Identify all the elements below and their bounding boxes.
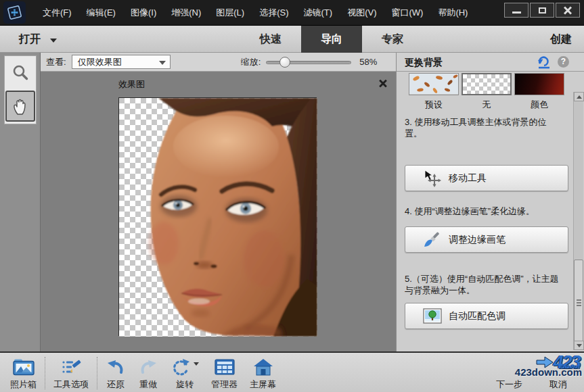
hand-tool-button[interactable] (5, 91, 35, 122)
open-dropdown-arrow-icon (50, 39, 57, 43)
rotate-button[interactable]: 旋转 (164, 356, 205, 392)
photo-bin-label: 照片箱 (10, 378, 37, 391)
organizer-button[interactable]: 管理器 (205, 356, 244, 392)
menu-image[interactable]: 图像(I) (123, 3, 164, 23)
refine-edge-brush-button-label: 调整边缘画笔 (449, 234, 506, 246)
home-icon (252, 357, 274, 377)
leaves-texture-preview (409, 74, 458, 94)
home-screen-button[interactable]: 主屏幕 (244, 356, 282, 392)
menu-file[interactable]: 文件(F) (35, 3, 79, 23)
auto-match-color-button-label: 自动匹配色调 (449, 310, 506, 322)
zoom-tool-button[interactable] (5, 56, 36, 90)
redo-button[interactable]: 重做 (132, 356, 164, 392)
menu-bar: 文件(F) 编辑(E) 图像(I) 增强(N) 图层(L) 选择(S) 滤镜(T… (35, 3, 475, 23)
rotate-icon (171, 357, 199, 377)
auto-match-icon (423, 308, 442, 325)
taskbar-separator (45, 357, 45, 389)
menu-layer[interactable]: 图层(L) (208, 3, 252, 23)
scroll-up-button[interactable] (574, 92, 584, 101)
move-tool-button[interactable]: 移动工具 (405, 165, 568, 191)
menu-help[interactable]: 帮助(H) (430, 3, 475, 23)
thumbnail-label-preset: 预设 (409, 99, 459, 111)
zoom-percentage: 58% (359, 57, 377, 67)
organizer-icon (214, 357, 235, 377)
scroll-down-button[interactable] (574, 341, 584, 350)
tool-strip (0, 53, 41, 351)
select-arrow-icon (159, 61, 166, 65)
open-button-label: 打开 (19, 32, 41, 47)
hand-icon (10, 96, 30, 116)
canvas-area: 效果图 (41, 72, 396, 351)
minimize-button[interactable] (504, 3, 529, 18)
view-options-bar: 查看: 仅限效果图 缩放: 58% (41, 53, 396, 72)
mode-tabs: 快速 导向 专家 (240, 26, 423, 53)
task-bar: 照片箱 工具选项 (0, 351, 584, 392)
next-step-button[interactable]: 下一步 (496, 378, 522, 391)
document-title: 效果图 (118, 78, 145, 91)
redo-icon (138, 357, 158, 377)
taskbar-separator (97, 357, 97, 389)
open-button[interactable]: 打开 (19, 26, 57, 53)
home-screen-label: 主屏幕 (250, 378, 276, 391)
title-bar: 文件(F) 编辑(E) 图像(I) 增强(N) 图层(L) 选择(S) 滤镜(T… (0, 0, 584, 26)
maximize-icon (539, 7, 546, 14)
watermark-logo-subtext: DOWN (561, 364, 581, 370)
help-icon[interactable]: ? (558, 56, 569, 68)
tool-options-icon (60, 357, 83, 377)
view-mode-select[interactable]: 仅限效果图 (72, 55, 171, 69)
window-controls (504, 3, 580, 18)
close-button[interactable] (556, 3, 580, 18)
organizer-label: 管理器 (211, 378, 238, 391)
panel-scrollbar[interactable] (573, 92, 583, 350)
document-image[interactable] (118, 97, 317, 336)
redo-label: 重做 (139, 378, 157, 391)
menu-enhance[interactable]: 增强(N) (164, 3, 208, 23)
reset-panel-icon[interactable] (537, 55, 552, 69)
watermark-arrow-icon (536, 356, 554, 368)
tab-expert[interactable]: 专家 (362, 26, 423, 53)
tab-guided[interactable]: 导向 (301, 26, 362, 53)
create-button[interactable]: 创建 (550, 26, 572, 53)
document-close-icon[interactable] (378, 78, 388, 88)
auto-match-color-button[interactable]: 自动匹配色调 (405, 303, 568, 329)
background-thumbnail-color[interactable] (514, 73, 564, 95)
menu-edit[interactable]: 编辑(E) (79, 3, 123, 23)
refine-edge-brush-button[interactable]: 调整边缘画笔 (405, 226, 568, 253)
zoom-label: 缩放: (241, 56, 261, 68)
zoom-slider-thumb[interactable] (279, 57, 290, 68)
tool-options-button[interactable]: 工具选项 (47, 356, 95, 392)
minimize-icon (512, 11, 521, 14)
menu-select[interactable]: 选择(S) (252, 3, 296, 23)
move-tool-icon (423, 170, 442, 187)
create-button-label: 创建 (550, 32, 572, 47)
background-thumbnail-none[interactable] (462, 73, 512, 95)
view-mode-value: 仅限效果图 (78, 56, 122, 68)
magnifier-icon (11, 64, 30, 82)
tab-quick[interactable]: 快速 (240, 26, 301, 53)
zoom-slider[interactable] (266, 57, 351, 68)
rotate-label: 旋转 (176, 378, 194, 391)
step-5-instruction: 5.（可选）使用“自动匹配色调”，让主题与背景融为一体。 (405, 273, 562, 296)
step-3-instruction: 3. 使用移动工具调整主体或背景的位置。 (405, 116, 562, 139)
scroll-down-icon (577, 344, 582, 347)
undo-icon (106, 357, 126, 377)
undo-button[interactable]: 还原 (99, 356, 132, 392)
tool-panel (4, 55, 37, 124)
application-window: 文件(F) 编辑(E) 图像(I) 增强(N) 图层(L) 选择(S) 滤镜(T… (0, 0, 584, 392)
panel-header: 更换背景 ? (397, 53, 584, 72)
thumbnail-label-none: 无 (462, 99, 512, 111)
menu-view[interactable]: 视图(V) (340, 3, 384, 23)
background-thumbnail-preset[interactable] (409, 73, 459, 95)
move-tool-button-label: 移动工具 (449, 172, 487, 185)
tool-options-label: 工具选项 (53, 378, 89, 391)
cancel-button[interactable]: 取消 (549, 378, 567, 391)
mode-tab-bar: 打开 快速 导向 专家 创建 (0, 26, 584, 53)
rotate-dropdown-arrow-icon[interactable] (194, 362, 199, 366)
menu-filter[interactable]: 滤镜(T) (296, 3, 340, 23)
maximize-button[interactable] (530, 3, 554, 18)
photo-bin-button[interactable]: 照片箱 (4, 356, 43, 392)
scrollbar-thumb[interactable] (574, 260, 583, 346)
watermark-site-text: 423down.com (491, 366, 582, 378)
menu-window[interactable]: 窗口(W) (384, 3, 430, 23)
panel-title: 更换背景 (405, 57, 443, 69)
